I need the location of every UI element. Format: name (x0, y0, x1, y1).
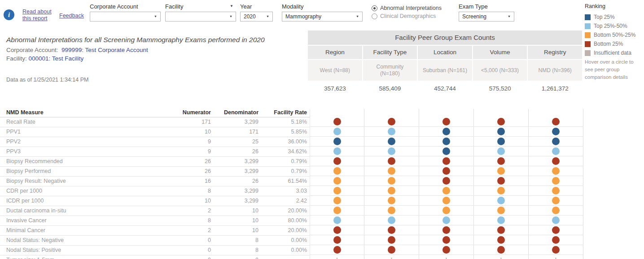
rank-circle[interactable] (388, 167, 395, 175)
rank-circle[interactable] (333, 226, 341, 234)
rank-circle[interactable] (497, 177, 505, 185)
rank-circle[interactable] (333, 246, 341, 254)
rank-circle[interactable] (497, 236, 505, 244)
insufficient-data-icon[interactable]: ! (390, 256, 392, 259)
legend-item[interactable]: Top 25%-50% (585, 22, 643, 30)
legend-item[interactable]: Insufficient data (585, 48, 643, 57)
rank-circle[interactable] (442, 187, 450, 194)
rank-circle[interactable] (333, 147, 341, 155)
measure-row[interactable]: ICDR per 1000103,2992.42 (0, 196, 310, 206)
rank-circle[interactable] (388, 177, 395, 185)
rank-circle[interactable] (497, 187, 505, 194)
rank-circle[interactable] (497, 138, 505, 145)
year-dropdown[interactable]: 2020 ▼ (240, 12, 273, 22)
rank-circle[interactable] (497, 147, 505, 155)
legend-item[interactable]: Bottom 50%-25% (585, 30, 643, 39)
rank-circle[interactable] (333, 236, 341, 244)
rank-circle[interactable] (442, 207, 450, 214)
rank-circle[interactable] (388, 246, 395, 254)
rank-circle[interactable] (388, 216, 395, 224)
info-icon[interactable]: i (4, 9, 14, 20)
measure-row[interactable]: Tumor size: 1-5mm00 (0, 255, 310, 259)
rank-circle[interactable] (552, 147, 560, 155)
rank-circle[interactable] (552, 138, 560, 145)
measure-row[interactable]: Ductal carcinoma in-situ21020.00% (0, 206, 310, 216)
measure-row[interactable]: Recall Rate1713,2995.18% (0, 117, 310, 127)
rank-circle[interactable] (388, 226, 395, 234)
rank-circle[interactable] (552, 157, 560, 165)
measure-row[interactable]: Invasive Cancer81080.00% (0, 216, 310, 226)
rank-circle[interactable] (442, 138, 450, 145)
measure-row[interactable]: Biopsy Recommended263,2990.79% (0, 157, 310, 167)
rank-circle[interactable] (552, 118, 560, 125)
rank-circle[interactable] (442, 147, 450, 155)
rank-circle[interactable] (388, 236, 395, 244)
rank-circle[interactable] (333, 207, 341, 214)
measure-row[interactable]: PPV392634.62% (0, 147, 310, 157)
modality-dropdown[interactable]: Mammography ▼ (282, 12, 363, 22)
rank-circle[interactable] (388, 207, 395, 214)
measure-row[interactable]: PPV292536.00% (0, 137, 310, 147)
rank-circle[interactable] (552, 226, 560, 234)
insufficient-data-icon[interactable]: ! (555, 256, 556, 259)
rank-circle[interactable] (497, 157, 505, 165)
rank-circle[interactable] (442, 216, 450, 224)
measure-row[interactable]: Biopsy Result: Negative162661.54% (0, 177, 310, 186)
measure-row[interactable]: Nodal Status: Negative080.00% (0, 236, 310, 246)
rank-circle[interactable] (333, 167, 341, 175)
rank-circle[interactable] (497, 246, 505, 254)
rank-circle[interactable] (333, 157, 341, 165)
measure-row[interactable]: PPV1101715.85% (0, 127, 310, 137)
rank-circle[interactable] (442, 197, 450, 204)
rank-circle[interactable] (442, 236, 450, 244)
rank-circle[interactable] (333, 128, 341, 135)
rank-circle[interactable] (333, 177, 341, 185)
rank-circle[interactable] (497, 118, 505, 125)
rank-circle[interactable] (552, 246, 560, 254)
rank-circle[interactable] (388, 138, 395, 145)
measure-row[interactable]: Biopsy Performed263,2990.79% (0, 167, 310, 177)
rank-circle[interactable] (333, 216, 341, 224)
feedback-link[interactable]: Feedback (59, 13, 84, 19)
filter-menu-icon[interactable]: ▼ (230, 4, 233, 8)
measure-row[interactable]: CDR per 100083,2993.03 (0, 186, 310, 196)
radio-abnormal-interpretations[interactable]: Abnormal Interpretations (372, 4, 442, 12)
exam-type-dropdown[interactable]: Screening ▼ (459, 12, 514, 22)
rank-circle[interactable] (333, 138, 341, 145)
rank-circle[interactable] (497, 226, 505, 234)
radio-clinical-demographics[interactable]: Clinical Demographics (372, 12, 442, 20)
rank-circle[interactable] (442, 167, 450, 175)
rank-circle[interactable] (333, 118, 341, 125)
rank-circle[interactable] (442, 226, 450, 234)
rank-circle[interactable] (552, 197, 560, 204)
measure-row[interactable]: Minimal Cancer21020.00% (0, 226, 310, 236)
measure-row[interactable]: Nodal Status: Positive080.00% (0, 246, 310, 255)
rank-circle[interactable] (388, 157, 395, 165)
legend-item[interactable]: Bottom 25% (585, 39, 643, 48)
rank-circle[interactable] (552, 177, 560, 185)
facility-dropdown[interactable]: ▼ (165, 12, 236, 22)
insufficient-data-icon[interactable]: ! (336, 256, 338, 259)
rank-circle[interactable] (552, 187, 560, 194)
rank-circle[interactable] (497, 197, 505, 204)
rank-circle[interactable] (388, 118, 395, 125)
rank-circle[interactable] (442, 157, 450, 165)
rank-circle[interactable] (552, 216, 560, 224)
rank-circle[interactable] (388, 128, 395, 135)
rank-circle[interactable] (388, 197, 395, 204)
rank-circle[interactable] (333, 197, 341, 204)
rank-circle[interactable] (552, 207, 560, 214)
insufficient-data-icon[interactable]: ! (500, 256, 502, 259)
rank-circle[interactable] (442, 177, 450, 185)
rank-circle[interactable] (497, 216, 505, 224)
rank-circle[interactable] (442, 128, 450, 135)
rank-circle[interactable] (497, 128, 505, 135)
legend-item[interactable]: Top 25% (585, 13, 643, 22)
read-about-report-link[interactable]: Read about this report (22, 9, 54, 22)
rank-circle[interactable] (442, 118, 450, 125)
rank-circle[interactable] (442, 246, 450, 254)
rank-circle[interactable] (552, 128, 560, 135)
rank-circle[interactable] (552, 236, 560, 244)
insufficient-data-icon[interactable]: ! (445, 256, 447, 259)
rank-circle[interactable] (388, 147, 395, 155)
